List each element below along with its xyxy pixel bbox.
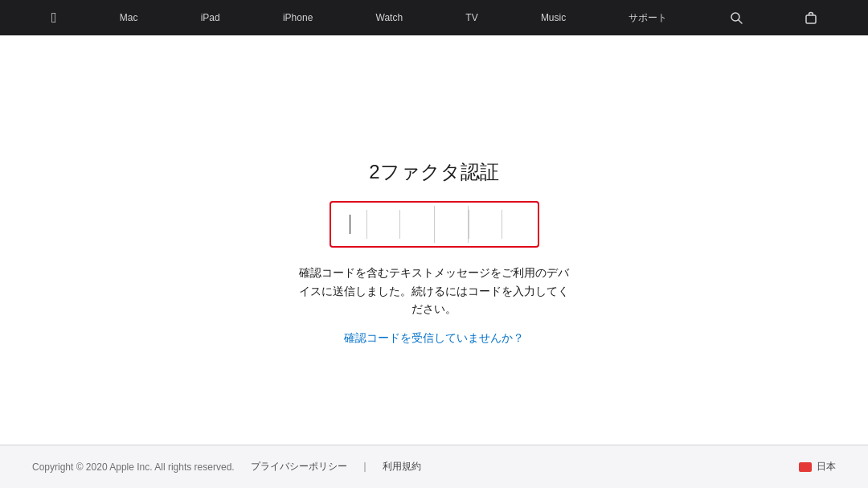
apple-logo-nav[interactable]: 	[40, 0, 68, 35]
svg-line-1	[739, 20, 742, 23]
nav-support[interactable]: サポート	[617, 0, 678, 35]
nav-music[interactable]: Music	[530, 0, 577, 35]
svg-rect-2	[806, 15, 816, 23]
language-label: 日本	[817, 460, 836, 474]
code-cell-5[interactable]	[469, 206, 502, 243]
resend-code-link[interactable]: 確認コードを受信していませんか？	[344, 331, 524, 346]
footer: Copyright © 2020 Apple Inc. All rights r…	[0, 445, 868, 488]
code-group-1	[334, 206, 432, 243]
main-content: 2ファクタ認証 確認コードを含むテキストメッセージをご利用のデバイスに送信しまし…	[0, 35, 868, 437]
nav-watch[interactable]: Watch	[365, 0, 415, 35]
code-cell-6[interactable]	[502, 206, 534, 243]
code-cell-4[interactable]	[436, 206, 469, 243]
footer-privacy-link[interactable]: プライバシーポリシー	[251, 460, 347, 474]
footer-language-selector[interactable]: 日本	[799, 460, 836, 474]
footer-links: プライバシーポリシー ｜ 利用規約	[251, 460, 421, 474]
bag-icon[interactable]	[794, 0, 828, 35]
navigation:  Mac iPad iPhone Watch TV Music サポート	[0, 0, 868, 35]
nav-mac[interactable]: Mac	[108, 0, 149, 35]
code-cell-2[interactable]	[367, 206, 399, 243]
code-group-2	[436, 206, 534, 243]
description-text: 確認コードを含むテキストメッセージをご利用のデバイスに送信しました。続けるにはコ…	[297, 264, 571, 318]
page-title: 2ファクタ認証	[369, 159, 498, 185]
footer-divider: ｜	[360, 460, 370, 474]
search-icon[interactable]	[719, 0, 754, 35]
nav-tv[interactable]: TV	[454, 0, 489, 35]
code-cell-3[interactable]	[400, 206, 432, 243]
nav-iphone[interactable]: iPhone	[272, 0, 324, 35]
footer-left: Copyright © 2020 Apple Inc. All rights r…	[32, 460, 421, 474]
nav-ipad[interactable]: iPad	[190, 0, 231, 35]
footer-terms-link[interactable]: 利用規約	[383, 460, 421, 474]
copyright-text: Copyright © 2020 Apple Inc. All rights r…	[32, 461, 235, 473]
verification-code-box[interactable]	[330, 201, 539, 248]
language-flag-icon	[799, 462, 812, 472]
